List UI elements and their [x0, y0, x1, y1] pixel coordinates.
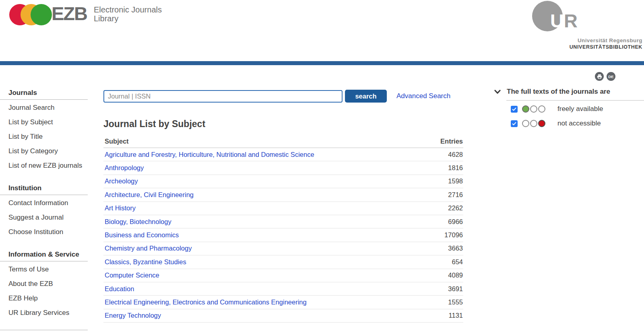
sidebar-item-about-the-ezb[interactable]: About the EZB [0, 277, 88, 291]
legend-row-not-accessible: not accessible [494, 116, 644, 131]
legend-label: freely available [557, 105, 603, 113]
library-name-line2: UNIVERSITÄTSBIBLIOTHEK [570, 44, 642, 50]
subject-link-chemistry-and-pharmacology[interactable]: Chemistry and Pharmacology [105, 245, 192, 252]
sidebar-item-journal-search[interactable]: Journal Search [0, 101, 88, 115]
sidebar-item-list-of-new-ezb-journals[interactable]: List of new EZB journals [0, 158, 88, 173]
legend-label: not accessible [557, 119, 601, 127]
advanced-search-link[interactable]: Advanced Search [396, 92, 450, 100]
sidebar-item-contact-information[interactable]: Contact Information [0, 196, 88, 210]
legend-title: The full texts of the journals are [507, 88, 610, 96]
ur-logo-text: UR [550, 11, 578, 30]
subject-link-anthropology[interactable]: Anthropology [105, 164, 144, 172]
traffic-light-green [522, 105, 529, 113]
sidebar-divider [0, 261, 88, 261]
column-header-subject: Subject [105, 138, 129, 145]
search-bar: search Advanced Search [103, 90, 450, 103]
table-row: Architecture, Civil Engineering2716 [103, 188, 463, 201]
entries-count: 3663 [448, 245, 463, 252]
sidebar-item-ur-library-services[interactable]: UR Library Services [0, 306, 88, 320]
search-input[interactable] [103, 90, 343, 103]
checkmark-icon [512, 107, 517, 112]
sidebar-divider [0, 195, 88, 195]
traffic-light-empty [530, 120, 537, 127]
sidebar-heading-information-service: Information & Service [0, 251, 88, 258]
print-icon[interactable] [595, 72, 604, 81]
entries-count: 4089 [448, 271, 463, 279]
entries-count: 2262 [448, 204, 463, 212]
ezb-tagline-line1: Electronic Journals [94, 5, 162, 14]
filter-checkbox-not-accessible[interactable] [511, 120, 518, 127]
entries-count: 6966 [448, 218, 463, 226]
entries-count: 3691 [448, 285, 463, 293]
sidebar-item-choose-institution[interactable]: Choose Institution [0, 225, 88, 239]
sidebar-bottom-divider [0, 330, 88, 330]
subject-link-education[interactable]: Education [105, 285, 134, 293]
traffic-light-empty [522, 120, 529, 127]
legend-divider [506, 100, 644, 101]
entries-count: 1598 [448, 177, 463, 185]
table-row: Electrical Engineering, Electronics and … [103, 296, 463, 309]
table-row: Archeology1598 [103, 175, 463, 188]
logo-green-circle [31, 4, 52, 25]
traffic-light-empty [538, 105, 545, 113]
subject-link-agriculture-and-forestry-horticulture-nutritional-and-domestic-science[interactable]: Agriculture and Forestry, Horticulture, … [105, 151, 314, 158]
language-toggle-de[interactable]: DE [607, 72, 615, 81]
subject-link-energy-technology[interactable]: Energy Technology [105, 312, 161, 319]
table-row: Classics, Byzantine Studies654 [103, 255, 463, 269]
table-row: Education3691 [103, 282, 463, 296]
entries-count: 1555 [448, 298, 463, 306]
traffic-light-empty [530, 105, 537, 113]
search-button[interactable]: search [345, 90, 387, 103]
table-row: Agriculture and Forestry, Horticulture, … [103, 148, 463, 161]
filter-checkbox-freely-available[interactable] [511, 106, 518, 113]
subject-link-architecture-civil-engineering[interactable]: Architecture, Civil Engineering [105, 191, 194, 199]
subject-link-art-history[interactable]: Art History [105, 204, 136, 212]
header-divider-bar [0, 61, 644, 65]
subject-link-archeology[interactable]: Archeology [105, 177, 138, 185]
sidebar: JournalsJournal SearchList by SubjectLis… [0, 89, 88, 320]
subject-link-computer-science[interactable]: Computer Science [105, 271, 159, 279]
column-header-entries: Entries [440, 138, 463, 145]
table-row: Biology, Biotechnology6966 [103, 215, 463, 228]
legend-row-freely-available: freely available [494, 102, 644, 116]
page-title: Journal List by Subject [103, 119, 205, 130]
table-row: Energy Technology1131 [103, 309, 463, 323]
subject-link-classics-byzantine-studies[interactable]: Classics, Byzantine Studies [105, 258, 186, 266]
entries-count: 4628 [448, 151, 463, 158]
ur-letter-r: R [564, 10, 578, 31]
entries-count: 2716 [448, 191, 463, 199]
table-row: Business and Economics17096 [103, 228, 463, 242]
table-row: Chemistry and Pharmacology3663 [103, 242, 463, 255]
sidebar-divider [0, 99, 88, 100]
entries-count: 1131 [449, 312, 463, 319]
sidebar-item-list-by-category[interactable]: List by Category [0, 144, 88, 158]
subject-link-business-and-economics[interactable]: Business and Economics [105, 231, 179, 239]
entries-count: 1816 [448, 164, 463, 172]
entries-count: 17096 [444, 231, 463, 239]
sidebar-item-ezb-help[interactable]: EZB Help [0, 291, 88, 306]
sidebar-heading-institution: Institution [0, 185, 88, 192]
sidebar-item-terms-of-use[interactable]: Terms of Use [0, 262, 88, 277]
ezb-logo-text: EZB [52, 2, 87, 25]
subject-link-electrical-engineering-electronics-and-communications-engineering[interactable]: Electrical Engineering, Electronics and … [105, 298, 307, 306]
table-row: Art History2262 [103, 202, 463, 215]
entries-count: 654 [452, 258, 463, 266]
subject-link-biology-biotechnology[interactable]: Biology, Biotechnology [105, 218, 171, 226]
university-name-line1: Universität Regensburg [570, 37, 642, 44]
ur-letter-u: U [550, 10, 564, 31]
table-row: Computer Science4089 [103, 269, 463, 282]
table-row: Anthropology1816 [103, 161, 463, 175]
sidebar-item-list-by-subject[interactable]: List by Subject [0, 115, 88, 130]
table-header: Subject Entries [103, 135, 463, 148]
chevron-down-icon[interactable] [494, 90, 501, 94]
ezb-tagline: Electronic Journals Library [94, 5, 162, 23]
sidebar-item-suggest-a-journal[interactable]: Suggest a Journal [0, 210, 88, 225]
language-label: DE [608, 74, 614, 79]
ezb-tagline-line2: Library [94, 14, 162, 23]
legend-header: The full texts of the journals are [494, 88, 644, 96]
checkmark-icon [512, 121, 517, 126]
university-name: Universität Regensburg UNIVERSITÄTSBIBLI… [570, 37, 642, 50]
fulltext-legend-panel: The full texts of the journals are freel… [494, 88, 644, 131]
sidebar-heading-journals: Journals [0, 89, 88, 97]
sidebar-item-list-by-title[interactable]: List by Title [0, 130, 88, 144]
